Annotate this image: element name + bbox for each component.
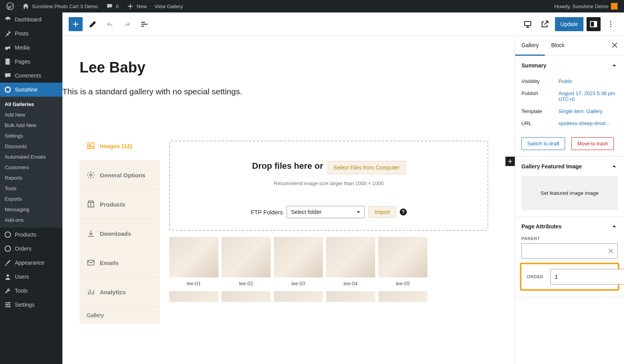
submenu-automated-emails[interactable]: Automated Emails — [0, 152, 62, 162]
menu-pages[interactable]: Pages — [0, 55, 62, 69]
tools-button[interactable] — [86, 17, 100, 31]
thumbnail-item[interactable] — [169, 291, 218, 302]
menu-sunshine[interactable]: Sunshine — [0, 83, 62, 97]
parent-clear-button[interactable] — [608, 248, 613, 254]
thumbnail-item[interactable]: lee-04 — [326, 237, 375, 290]
submenu-customers[interactable]: Customers — [0, 162, 62, 173]
submenu-tools[interactable]: Tools — [0, 183, 62, 194]
tab-downloads[interactable]: Downloads — [80, 219, 160, 248]
redo-button[interactable] — [120, 17, 134, 31]
editor-canvas[interactable]: Lee Baby This is a standard gallery with… — [62, 36, 515, 364]
post-title[interactable]: Lee Baby — [80, 59, 498, 76]
view-gallery-link[interactable]: View Gallery — [151, 0, 186, 12]
visibility-value[interactable]: Public — [558, 78, 618, 84]
menu-users[interactable]: Users — [0, 270, 62, 284]
template-value[interactable]: Single item: Gallery — [558, 108, 618, 114]
move-to-trash-button[interactable]: Move to trash — [571, 137, 614, 150]
external-icon — [540, 19, 550, 29]
sidebar-close-button[interactable] — [605, 36, 624, 55]
thumbnail-item[interactable]: lee-01 — [169, 237, 218, 290]
comments-count: 0 — [116, 4, 119, 9]
sidebar-icon — [589, 19, 598, 29]
tab-analytics[interactable]: Analytics — [80, 277, 160, 307]
submenu-add-new[interactable]: Add New — [0, 110, 62, 120]
undo-button[interactable] — [103, 17, 117, 31]
submenu-settings[interactable]: Settings — [0, 131, 62, 141]
block-inserter-button[interactable] — [505, 157, 515, 166]
post-description[interactable]: This is a standard gallery with no speci… — [62, 87, 498, 96]
panel-featured-toggle[interactable]: Gallery Featured Image — [515, 157, 624, 176]
site-link[interactable]: Sunshine Photo Cart 3 Demo — [19, 0, 101, 12]
menu-dashboard[interactable]: Dashboard — [0, 12, 62, 27]
dropzone-text: Drop files here or — [252, 161, 323, 171]
thumbnail-item[interactable]: lee-05 — [378, 237, 427, 290]
menu-orders[interactable]: Orders — [0, 242, 62, 256]
site-title: Sunshine Photo Cart 3 Demo — [32, 4, 98, 9]
submenu-exports[interactable]: Exports — [0, 194, 62, 204]
menu-comments[interactable]: Comments — [0, 69, 62, 83]
submenu-addons[interactable]: Add-ons — [0, 215, 62, 225]
upload-dropzone[interactable]: Drop files here or Select Files from Com… — [169, 141, 488, 231]
options-button[interactable] — [604, 17, 618, 31]
close-icon — [608, 248, 613, 254]
sidebar-tab-gallery[interactable]: Gallery — [515, 36, 545, 56]
menu-tools[interactable]: Tools — [0, 284, 62, 298]
thumbnail-label: lee-04 — [326, 277, 375, 290]
thumbnail-item[interactable]: lee-02 — [222, 237, 271, 290]
thumbnail-item[interactable] — [222, 291, 271, 302]
tab-general[interactable]: General Options — [80, 161, 160, 190]
help-icon[interactable]: ? — [400, 209, 407, 216]
submenu-bulk-add-new[interactable]: Bulk Add New — [0, 120, 62, 131]
view-button[interactable] — [521, 17, 535, 31]
set-featured-image-button[interactable]: Set featured image image — [521, 176, 618, 210]
menu-appearance[interactable]: Appearance — [0, 256, 62, 270]
user-icon — [4, 273, 12, 281]
thumbnail-item[interactable] — [378, 291, 427, 302]
thumbnail-item[interactable] — [326, 291, 375, 302]
submenu-discounts[interactable]: Discounts — [0, 141, 62, 152]
update-button[interactable]: Update — [555, 17, 583, 31]
desktop-icon — [523, 19, 532, 29]
url-value[interactable]: spotless-sheep-dmot… — [558, 120, 618, 126]
editor-header: Update — [62, 12, 624, 36]
order-input[interactable] — [550, 269, 624, 284]
tab-images[interactable]: Images (12) — [80, 131, 160, 161]
sidebar-toggle-button[interactable] — [587, 17, 601, 31]
sidebar-tab-block[interactable]: Block — [545, 36, 571, 55]
svg-rect-13 — [594, 21, 597, 27]
panel-summary-toggle[interactable]: Summary — [515, 56, 624, 75]
menu-products[interactable]: Products — [0, 228, 62, 242]
thumbnail-item[interactable] — [274, 291, 323, 302]
svg-point-19 — [90, 174, 92, 176]
submenu-reports[interactable]: Reports — [0, 173, 62, 183]
document-overview-button[interactable] — [137, 17, 151, 31]
svg-point-15 — [610, 23, 612, 25]
new-link[interactable]: New — [123, 0, 150, 12]
tab-emails[interactable]: Emails — [80, 248, 160, 277]
menu-posts[interactable]: Posts — [0, 27, 62, 41]
menu-media[interactable]: Media — [0, 41, 62, 55]
import-button[interactable]: Import — [369, 206, 396, 218]
account-link[interactable]: Howdy, Sunshine Demo — [551, 0, 621, 12]
submenu-messaging[interactable]: Messaging — [0, 204, 62, 215]
submenu-all-galleries[interactable]: All Galleries — [0, 99, 62, 110]
wp-logo[interactable] — [3, 0, 17, 12]
panel-attributes-toggle[interactable]: Page Attributes — [515, 217, 624, 236]
parent-select[interactable] — [521, 243, 618, 259]
publish-value[interactable]: August 17, 2023 5:38 pm UTC+0 — [558, 90, 618, 102]
tab-products[interactable]: Products — [80, 190, 160, 219]
add-block-button[interactable] — [69, 17, 83, 31]
sliders-icon — [4, 301, 12, 309]
svg-rect-11 — [525, 21, 531, 26]
switch-to-draft-button[interactable]: Switch to draft — [521, 137, 565, 150]
preview-button[interactable] — [538, 17, 552, 31]
gear-icon — [87, 171, 95, 179]
select-files-button[interactable]: Select Files from Computer — [328, 161, 406, 174]
ftp-folder-select[interactable]: Select folder — [287, 206, 365, 218]
submenu-sunshine: All Galleries Add New Bulk Add New Setti… — [0, 97, 62, 228]
thumbnail-item[interactable]: lee-03 — [274, 237, 323, 290]
comments-link[interactable]: 0 — [103, 0, 122, 12]
image-icon — [87, 141, 95, 150]
menu-settings[interactable]: Settings — [0, 298, 62, 312]
dropzone-hint: Recommend image size larger than 1000 × … — [178, 180, 480, 186]
